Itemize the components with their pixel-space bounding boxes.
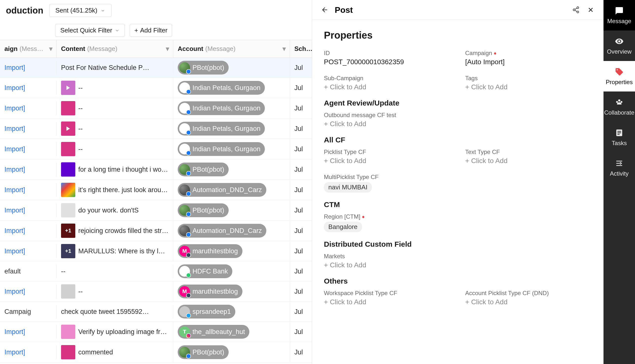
sidebar-item-overview[interactable]: Overview (603, 30, 635, 61)
field-campaign-value[interactable]: [Auto Import] (465, 58, 592, 66)
sidebar-item-activity[interactable]: Activity (603, 152, 635, 183)
field-multipicklist-value[interactable]: navi MUMBAI (324, 182, 372, 192)
list-icon (614, 128, 624, 138)
svg-point-3 (577, 11, 579, 13)
back-button[interactable] (320, 5, 330, 15)
sidebar-item-properties[interactable]: Properties (603, 61, 635, 92)
cell-campaign[interactable]: Import] (0, 183, 57, 197)
content-text: do your work. don'tS (78, 206, 139, 214)
field-multipicklist-label: MultiPicklist Type CF (324, 174, 450, 180)
field-region: Region [CTM]● Bangalore (324, 213, 592, 232)
sidebar-item-collaborate[interactable]: Collaborate (603, 92, 635, 122)
network-badge-icon (186, 252, 191, 258)
field-region-label: Region [CTM]● (324, 213, 592, 220)
field-subcampaign-add[interactable]: + Click to Add (324, 83, 450, 91)
cell-campaign[interactable]: Import] (0, 325, 57, 339)
cell-schedule: Jul (290, 122, 310, 136)
content-text: -- (78, 145, 83, 153)
sidebar-item-message[interactable]: Message (603, 0, 635, 30)
cell-campaign[interactable]: Import] (0, 346, 57, 359)
account-avatar (179, 225, 190, 236)
svg-point-9 (616, 101, 618, 103)
col-header-account[interactable]: Account (Message) ▾ (173, 40, 290, 58)
cell-campaign[interactable]: Import] (0, 204, 57, 217)
share-button[interactable] (571, 5, 581, 15)
cell-campaign[interactable]: Import] (0, 224, 57, 238)
account-pill[interactable]: Mmaruthitestblog (178, 244, 242, 258)
cell-account: PBot(pbot) (173, 200, 290, 220)
account-pill[interactable]: Indian Petals, Gurgaon (178, 122, 265, 136)
cell-campaign[interactable]: Import] (0, 142, 57, 156)
field-tags-add[interactable]: + Click to Add (465, 83, 592, 91)
sidebar-item-label: Message (607, 18, 631, 24)
field-texttype-add[interactable]: + Click to Add (465, 157, 592, 165)
cell-campaign[interactable]: Import] (0, 163, 57, 176)
account-pill[interactable]: Indian Petals, Gurgaon (178, 101, 265, 115)
sent-dropdown[interactable]: Sent (451.25k) (49, 4, 112, 17)
cell-campaign[interactable]: Import] (0, 81, 57, 95)
account-pill[interactable]: PBot(pbot) (178, 162, 229, 176)
chevron-down-icon (101, 8, 105, 13)
network-badge-icon (186, 69, 191, 74)
account-pill[interactable]: sprsandeep1 (178, 305, 235, 318)
content-text: -- (78, 84, 83, 92)
account-pill[interactable]: Mmaruthitestblog (178, 284, 242, 298)
account-pill[interactable]: PBot(pbot) (178, 204, 229, 217)
account-pill[interactable]: Indian Petals, Gurgaon (178, 81, 265, 95)
field-markets: Markets + Click to Add (324, 253, 592, 269)
field-account-picklist: Account Picklist Type CF (DND) + Click t… (465, 290, 592, 306)
network-badge-icon (186, 191, 191, 196)
field-picklist-add[interactable]: + Click to Add (324, 157, 450, 165)
account-pill[interactable]: Automation_DND_Carz (178, 224, 266, 238)
account-pill[interactable]: Tthe_allbeauty_hut (178, 325, 249, 339)
cell-schedule: Jul (290, 163, 310, 176)
field-workspace-picklist-add[interactable]: + Click to Add (324, 298, 450, 306)
plus-icon: + (134, 26, 138, 34)
cell-campaign[interactable]: Campaig (0, 305, 57, 318)
field-markets-add[interactable]: + Click to Add (324, 261, 592, 269)
field-id: ID POST_700000010362359 (324, 50, 450, 66)
cell-schedule: Jul (290, 346, 310, 359)
field-outbound-add[interactable]: + Click to Add (324, 120, 592, 128)
add-filter-button[interactable]: + Add Filter (130, 24, 172, 37)
cell-content: it's right there. just look arou… (57, 180, 173, 200)
account-pill[interactable]: HDFC Bank (178, 264, 232, 278)
cell-account: Indian Petals, Gurgaon (173, 78, 290, 98)
account-pill[interactable]: Indian Petals, Gurgaon (178, 142, 265, 156)
cell-account: Indian Petals, Gurgaon (173, 119, 290, 138)
account-name: maruthitestblog (193, 248, 238, 255)
account-avatar (179, 306, 190, 317)
people-icon (614, 98, 624, 107)
cell-campaign[interactable]: Import] (0, 122, 57, 136)
sidebar-item-tasks[interactable]: Tasks (603, 122, 635, 152)
cell-campaign[interactable]: Import] (0, 61, 57, 74)
account-name: maruthitestblog (193, 288, 238, 296)
account-pill[interactable]: PBot(pbot) (178, 61, 229, 74)
col-header-campaign[interactable]: aign (Mess… ▾ (0, 40, 57, 58)
field-region-value[interactable]: Bangalore (324, 222, 362, 232)
col-header-content[interactable]: Content (Message) ▾ (57, 40, 173, 58)
close-button[interactable] (586, 5, 596, 15)
field-account-picklist-add[interactable]: + Click to Add (465, 298, 592, 306)
col-header-campaign-sub: (Mess… (20, 45, 43, 53)
field-markets-label: Markets (324, 253, 592, 260)
cell-campaign[interactable]: Import] (0, 244, 57, 258)
cell-schedule: Jul (290, 244, 310, 258)
cell-content: -- (57, 78, 173, 98)
cell-campaign[interactable]: Import] (0, 285, 57, 298)
cell-campaign[interactable]: efault (0, 265, 57, 278)
field-tags-label: Tags (465, 75, 592, 82)
cell-campaign[interactable]: Import] (0, 102, 57, 115)
col-header-schedule[interactable]: Sch… (290, 40, 310, 58)
cell-schedule: Jul (290, 204, 310, 217)
cell-content: rejoicing crowds filled the str… (57, 220, 173, 241)
account-pill[interactable]: Automation_DND_Carz (178, 183, 266, 197)
chevron-down-icon (115, 28, 120, 33)
message-icon (614, 6, 624, 16)
account-pill[interactable]: PBot(pbot) (178, 345, 229, 359)
account-name: PBot(pbot) (193, 206, 224, 214)
content-text: -- (61, 268, 66, 275)
quick-filter-dropdown[interactable]: Select Quick Filter (55, 24, 125, 37)
col-header-content-sub: (Message) (87, 45, 117, 53)
account-name: sprsandeep1 (193, 308, 231, 316)
